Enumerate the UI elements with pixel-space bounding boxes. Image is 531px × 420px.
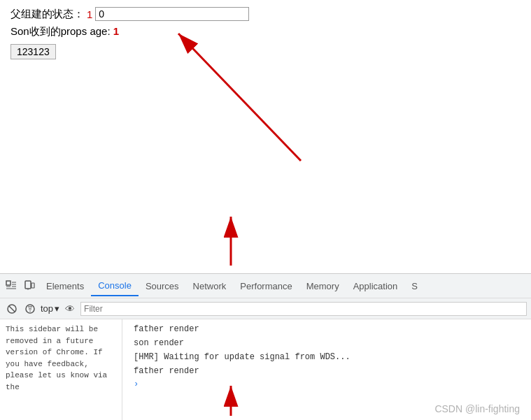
device-toolbar-icon[interactable]: [21, 277, 38, 294]
svg-point-7: [27, 289, 29, 290]
tab-console[interactable]: Console: [91, 276, 139, 296]
svg-rect-4: [6, 281, 10, 285]
dropdown-arrow-icon: ▾: [55, 303, 59, 314]
son-props-label: Son收到的props age:: [10, 25, 113, 37]
console-line-2: son render: [129, 336, 531, 350]
console-sidebar: This sidebar will be removed in a future…: [0, 319, 122, 420]
father-state-value: 1: [87, 8, 92, 20]
console-messages: father render son render [HMR] Waiting f…: [129, 319, 531, 393]
devtools-panel: Elements Console Sources Network Perform…: [0, 273, 531, 420]
svg-line-2: [178, 34, 301, 161]
devtools-tab-bar: Elements Console Sources Network Perform…: [0, 274, 531, 298]
console-line-4: father render: [129, 364, 531, 378]
main-content: 父组建的状态： 1 Son收到的props age: 1 123123: [0, 0, 531, 273]
son-props-row: Son收到的props age: 1: [10, 25, 521, 38]
top-context-selector[interactable]: top ▾: [41, 303, 59, 314]
tab-network[interactable]: Network: [186, 277, 234, 296]
red-arrow-overlay: [0, 0, 531, 273]
console-line-3: [HMR] Waiting for update signal from WDS…: [129, 350, 531, 364]
father-state-input[interactable]: [95, 7, 249, 21]
inspect-element-icon[interactable]: [3, 277, 20, 294]
csdn-watermark: CSDN @lin-fighting: [434, 403, 520, 414]
console-filter-input[interactable]: [80, 302, 527, 316]
tab-performance[interactable]: Performance: [233, 277, 299, 296]
eye-icon[interactable]: 👁: [62, 301, 78, 317]
father-state-label: 父组建的状态：: [10, 8, 84, 21]
top-label: top: [41, 303, 53, 314]
devtools-toolbar: top ▾ 👁: [0, 298, 531, 319]
svg-rect-6: [31, 283, 34, 288]
button-123123[interactable]: 123123: [10, 44, 56, 59]
console-line-1: father render: [129, 322, 531, 336]
tab-application[interactable]: Application: [346, 277, 405, 296]
console-prompt[interactable]: ›: [129, 378, 531, 391]
prompt-arrow-icon: ›: [134, 379, 139, 389]
svg-rect-5: [25, 281, 31, 289]
clear-console-icon[interactable]: [4, 301, 20, 317]
svg-line-9: [9, 306, 15, 312]
father-state-row: 父组建的状态： 1: [10, 7, 521, 21]
tab-security[interactable]: S: [404, 277, 425, 296]
son-props-value: 1: [113, 25, 119, 37]
filter-icon[interactable]: [22, 301, 38, 317]
sidebar-text: This sidebar will be removed in a future…: [6, 325, 107, 391]
tab-memory[interactable]: Memory: [299, 277, 346, 296]
tab-sources[interactable]: Sources: [139, 277, 186, 296]
tab-elements[interactable]: Elements: [39, 277, 91, 296]
